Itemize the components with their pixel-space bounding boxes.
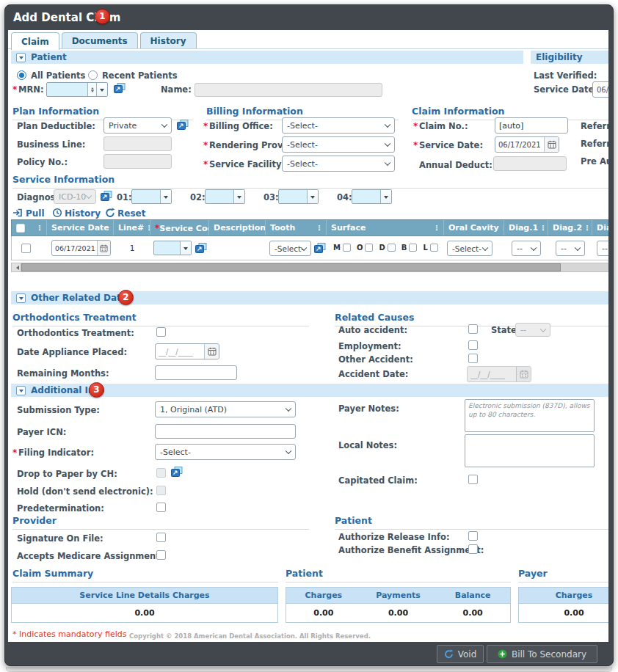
reset-link[interactable]: Reset [117, 208, 145, 219]
scroll-left-button[interactable] [12, 263, 21, 271]
column-menu-icon[interactable]: ⋮ [145, 224, 150, 232]
surface-d-checkbox[interactable] [388, 244, 396, 252]
row-diag2-select[interactable]: -- [556, 241, 585, 256]
grid-header-select-all: ⋮ [12, 220, 47, 235]
collapse-patient-button[interactable] [16, 53, 26, 62]
dropdown-arrow[interactable] [180, 241, 191, 255]
date-appliance-placed-field[interactable]: __/__/____ [155, 343, 219, 359]
row-service-date-field[interactable]: 06/17/2021 [51, 240, 111, 256]
claim-service-date-field[interactable]: 06/17/2021 [495, 136, 559, 153]
calendar-button[interactable] [544, 137, 559, 152]
grid-header-diag1[interactable]: Diag.1⋮ [504, 220, 548, 235]
other-accident-checkbox[interactable] [468, 354, 478, 363]
filing-indicator-select[interactable]: -Select- [155, 444, 296, 460]
mrn-stepper[interactable] [87, 83, 96, 96]
tab-documents[interactable]: Documents [62, 32, 138, 48]
surface-l-checkbox[interactable] [430, 244, 438, 252]
grid-header-diag3[interactable]: Diag.3⋮ [592, 220, 608, 235]
drop-to-paper-popup-icon[interactable] [171, 467, 183, 477]
row-service-code-combobox[interactable] [153, 241, 192, 255]
recent-patients-radio[interactable] [88, 70, 98, 80]
column-menu-icon[interactable]: ⋮ [36, 224, 43, 232]
history-icon[interactable] [52, 208, 62, 218]
accepts-medicare-checkbox[interactable] [156, 550, 166, 560]
tab-claim[interactable]: Claim [11, 32, 59, 50]
submission-type-value: 1, Original (ATD) [160, 405, 227, 414]
pull-icon[interactable] [12, 208, 23, 218]
reset-icon[interactable] [105, 208, 115, 218]
grid-header-tooth[interactable]: Tooth⋮ [266, 220, 327, 235]
all-patients-radio[interactable] [17, 70, 26, 80]
diagnosis-slot4-combobox[interactable] [352, 189, 392, 204]
row-diag1-select[interactable]: -- [512, 241, 541, 256]
surface-b-checkbox[interactable] [409, 244, 417, 252]
grid-header-diag2[interactable]: Diag.2⋮ [548, 220, 592, 235]
mrn-dropdown-arrow[interactable] [96, 83, 107, 96]
tooth-popup-icon[interactable] [314, 243, 326, 253]
accepts-medicare-label: Accepts Medicare Assignment: [17, 551, 163, 561]
dropdown-arrow[interactable] [307, 190, 318, 203]
grid-header-service-date[interactable]: Service Date⋮ [47, 220, 114, 235]
rendering-provider-select[interactable]: -Select- [282, 136, 395, 153]
capitated-claim-checkbox[interactable] [468, 475, 478, 484]
dropdown-arrow[interactable] [233, 190, 244, 203]
mrn-combobox[interactable] [46, 82, 108, 97]
grid-header-service-code[interactable]: *Service Code [150, 220, 209, 235]
column-menu-icon[interactable]: ⋮ [433, 224, 440, 232]
service-code-popup-icon[interactable] [195, 243, 207, 253]
auto-accident-checkbox[interactable] [468, 324, 478, 334]
column-menu-icon[interactable]: ⋮ [316, 224, 323, 232]
mrn-label: MRN: [18, 84, 44, 95]
tab-history[interactable]: History [140, 32, 197, 48]
billing-office-select[interactable]: -Select- [282, 117, 395, 134]
authorize-benefit-checkbox[interactable] [468, 544, 478, 554]
row-diag3-select[interactable]: -- [597, 241, 608, 256]
dropdown-arrow[interactable] [380, 190, 391, 203]
eligibility-service-date-field[interactable]: 06/1 [592, 81, 608, 98]
mrn-lookup-popup-icon[interactable] [114, 83, 126, 93]
row-tooth-select[interactable]: -Select- [269, 241, 311, 256]
bill-to-secondary-button[interactable]: Bill To Secondary [487, 645, 597, 663]
plan-deductible-select[interactable]: Private [103, 117, 172, 134]
row-checkbox[interactable] [21, 244, 31, 253]
payer-notes-textarea[interactable]: Electronic submission (837D), allows up … [465, 399, 595, 432]
column-menu-icon[interactable]: ⋮ [539, 224, 547, 232]
payer-icn-field[interactable] [155, 424, 296, 439]
claim-no-field[interactable]: [auto] [495, 117, 568, 134]
signature-on-file-checkbox[interactable] [156, 533, 166, 542]
diagnosis-slot2-combobox[interactable] [205, 189, 245, 204]
column-menu-icon[interactable]: ⋮ [584, 224, 591, 232]
grid-header-description[interactable]: Description⋮ [209, 220, 266, 235]
void-button[interactable]: Void [437, 645, 484, 663]
pull-link[interactable]: Pull [26, 208, 45, 219]
service-facility-select[interactable]: -Select- [282, 156, 395, 172]
local-notes-textarea[interactable] [465, 434, 595, 467]
history-link[interactable]: History [65, 208, 101, 219]
diagnosis-slot3-combobox[interactable] [278, 189, 319, 204]
surface-m-checkbox[interactable] [343, 244, 351, 252]
surface-o-checkbox[interactable] [365, 244, 373, 252]
predetermination-checkbox[interactable] [156, 503, 166, 512]
dropdown-arrow[interactable] [160, 190, 171, 203]
grid-header-oral-cavity[interactable]: Oral Cavity⋮ [444, 220, 504, 235]
plan-deductible-popup-icon[interactable] [177, 120, 189, 130]
collapse-other-related-dates-button[interactable] [16, 293, 26, 303]
grid-header-line[interactable]: Line#⋮ [114, 220, 150, 235]
horizontal-scrollbar[interactable] [11, 263, 608, 272]
grid-header-surface[interactable]: Surface⋮ [327, 220, 444, 235]
diagnosis-popup-icon[interactable] [101, 191, 112, 201]
employment-checkbox[interactable] [468, 340, 478, 350]
remaining-months-field[interactable] [155, 365, 237, 380]
calendar-button[interactable] [204, 344, 219, 359]
collapse-additional-info-button[interactable] [16, 386, 26, 395]
diagnosis-slot1-combobox[interactable] [131, 189, 172, 204]
submission-type-select[interactable]: 1, Original (ATD) [155, 401, 296, 417]
grid-header-row: ⋮ Service Date⋮ Line#⋮ *Service Code Des… [11, 219, 608, 236]
row-oral-cavity-select[interactable]: -Select- [447, 241, 492, 256]
orthodontics-treatment-checkbox[interactable] [156, 327, 166, 337]
authorize-release-checkbox[interactable] [468, 531, 478, 541]
calendar-button[interactable] [97, 241, 110, 255]
tab-claim-label: Claim [21, 37, 49, 47]
scrollbar-thumb[interactable] [21, 263, 561, 271]
select-all-checkbox[interactable] [16, 224, 25, 233]
